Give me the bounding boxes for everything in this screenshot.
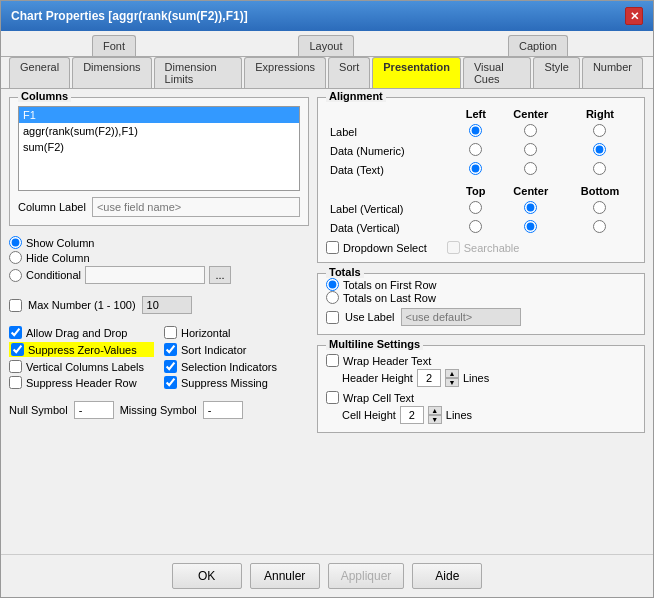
max-number-checkbox[interactable]	[9, 299, 22, 312]
hide-column-row: Hide Column	[9, 251, 309, 264]
alignment-group-label: Alignment	[326, 90, 386, 102]
cell-height-down[interactable]: ▼	[428, 415, 442, 424]
tab-number[interactable]: Number	[582, 57, 643, 88]
alignment-numeric-left[interactable]	[454, 141, 498, 160]
alignment-numeric-row: Data (Numeric)	[326, 141, 636, 160]
header-height-down[interactable]: ▼	[445, 378, 459, 387]
wrap-cell-label: Wrap Cell Text	[343, 392, 414, 404]
footer: OK Annuler Appliquer Aide	[1, 554, 653, 597]
suppress-missing-row: Suppress Missing	[164, 376, 309, 389]
wrap-cell-checkbox[interactable]	[326, 391, 339, 404]
suppress-zero-label: Suppress Zero-Values	[28, 344, 137, 356]
tab-presentation[interactable]: Presentation	[372, 57, 461, 88]
right-panel: Alignment Left Center Right Label	[317, 97, 645, 546]
alignment-vdata-bottom[interactable]	[564, 218, 636, 237]
use-label-input[interactable]	[401, 308, 521, 326]
conditional-radio[interactable]	[9, 269, 22, 282]
show-column-radio[interactable]	[9, 236, 22, 249]
tab-dimension-limits[interactable]: Dimension Limits	[154, 57, 243, 88]
null-missing-row: Null Symbol Missing Symbol	[9, 401, 309, 419]
multiline-group-label: Multiline Settings	[326, 338, 423, 350]
cell-height-up[interactable]: ▲	[428, 406, 442, 415]
tab-general[interactable]: General	[9, 57, 70, 88]
vertical-col-labels-checkbox[interactable]	[9, 360, 22, 373]
tab-style[interactable]: Style	[533, 57, 579, 88]
dropdown-select-checkbox[interactable]	[326, 241, 339, 254]
alignment-vlabel-center[interactable]	[498, 199, 564, 218]
max-number-input[interactable]	[142, 296, 192, 314]
suppress-zero-checkbox[interactable]	[11, 343, 24, 356]
suppress-header-row: Suppress Header Row	[9, 376, 154, 389]
tab-font[interactable]: Font	[92, 35, 136, 56]
suppress-zero-row: Suppress Zero-Values	[9, 342, 154, 357]
alignment-label-left[interactable]	[454, 122, 498, 141]
alignment-col-empty	[326, 106, 454, 122]
tab-expressions[interactable]: Expressions	[244, 57, 326, 88]
suppress-missing-checkbox[interactable]	[164, 376, 177, 389]
header-height-label: Header Height	[342, 372, 413, 384]
searchable-checkbox[interactable]	[447, 241, 460, 254]
list-item[interactable]: sum(F2)	[19, 139, 299, 155]
multiline-group: Multiline Settings Wrap Header Text Head…	[317, 345, 645, 433]
tab-dimensions[interactable]: Dimensions	[72, 57, 151, 88]
left-panel: Columns F1 aggr(rank(sum(F2)),F1) sum(F2…	[9, 97, 309, 546]
alignment-vlabel-cell: Label (Vertical)	[326, 199, 454, 218]
alignment-vlabel-row: Label (Vertical)	[326, 199, 636, 218]
selection-indicators-checkbox[interactable]	[164, 360, 177, 373]
columns-group-label: Columns	[18, 90, 71, 102]
alignment-numeric-center[interactable]	[498, 141, 564, 160]
tab-sort[interactable]: Sort	[328, 57, 370, 88]
cell-height-input[interactable]	[400, 406, 424, 424]
header-height-up[interactable]: ▲	[445, 369, 459, 378]
column-label-input[interactable]	[92, 197, 300, 217]
selection-indicators-label: Selection Indicators	[181, 361, 277, 373]
alignment-vdata-cell: Data (Vertical)	[326, 218, 454, 237]
wrap-header-checkbox[interactable]	[326, 354, 339, 367]
list-item[interactable]: aggr(rank(sum(F2)),F1)	[19, 123, 299, 139]
totals-first-radio[interactable]	[326, 278, 339, 291]
ok-button[interactable]: OK	[172, 563, 242, 589]
alignment-table: Left Center Right Label D	[326, 106, 636, 237]
apply-button[interactable]: Appliquer	[328, 563, 405, 589]
columns-group: Columns F1 aggr(rank(sum(F2)),F1) sum(F2…	[9, 97, 309, 226]
cancel-button[interactable]: Annuler	[250, 563, 320, 589]
use-label-checkbox[interactable]	[326, 311, 339, 324]
tab-layout[interactable]: Layout	[298, 35, 353, 56]
alignment-numeric-right[interactable]	[564, 141, 636, 160]
tab-caption[interactable]: Caption	[508, 35, 568, 56]
totals-last-radio[interactable]	[326, 291, 339, 304]
main-window: Chart Properties [aggr(rank(sum(F2)),F1)…	[0, 0, 654, 598]
wrap-cell-row: Wrap Cell Text	[326, 391, 636, 404]
alignment-text-left[interactable]	[454, 160, 498, 179]
alignment-text-right[interactable]	[564, 160, 636, 179]
totals-first-label: Totals on First Row	[343, 279, 437, 291]
conditional-label: Conditional	[26, 269, 81, 281]
conditional-browse-button[interactable]: ...	[209, 266, 231, 284]
alignment-label-right[interactable]	[564, 122, 636, 141]
hide-column-radio[interactable]	[9, 251, 22, 264]
cell-height-label: Cell Height	[342, 409, 396, 421]
conditional-input[interactable]	[85, 266, 205, 284]
tab-visual-cues[interactable]: Visual Cues	[463, 57, 531, 88]
alignment-vlabel-top[interactable]	[454, 199, 498, 218]
header-height-input[interactable]	[417, 369, 441, 387]
sort-indicator-checkbox[interactable]	[164, 343, 177, 356]
alignment-vlabel-bottom[interactable]	[564, 199, 636, 218]
null-symbol-input[interactable]	[74, 401, 114, 419]
columns-list[interactable]: F1 aggr(rank(sum(F2)),F1) sum(F2)	[18, 106, 300, 191]
alignment-vdata-center[interactable]	[498, 218, 564, 237]
alignment-text-center[interactable]	[498, 160, 564, 179]
list-item[interactable]: F1	[19, 107, 299, 123]
suppress-header-checkbox[interactable]	[9, 376, 22, 389]
allow-drag-drop-checkbox[interactable]	[9, 326, 22, 339]
missing-symbol-input[interactable]	[203, 401, 243, 419]
alignment-label-center[interactable]	[498, 122, 564, 141]
alignment-vdata-top[interactable]	[454, 218, 498, 237]
tab-section-layout: Layout	[221, 35, 433, 56]
totals-group: Totals Totals on First Row Totals on Las…	[317, 273, 645, 335]
close-button[interactable]: ✕	[625, 7, 643, 25]
totals-last-label: Totals on Last Row	[343, 292, 436, 304]
help-button[interactable]: Aide	[412, 563, 482, 589]
horizontal-checkbox[interactable]	[164, 326, 177, 339]
vertical-col-labels-row: Vertical Columns Labels	[9, 360, 154, 373]
